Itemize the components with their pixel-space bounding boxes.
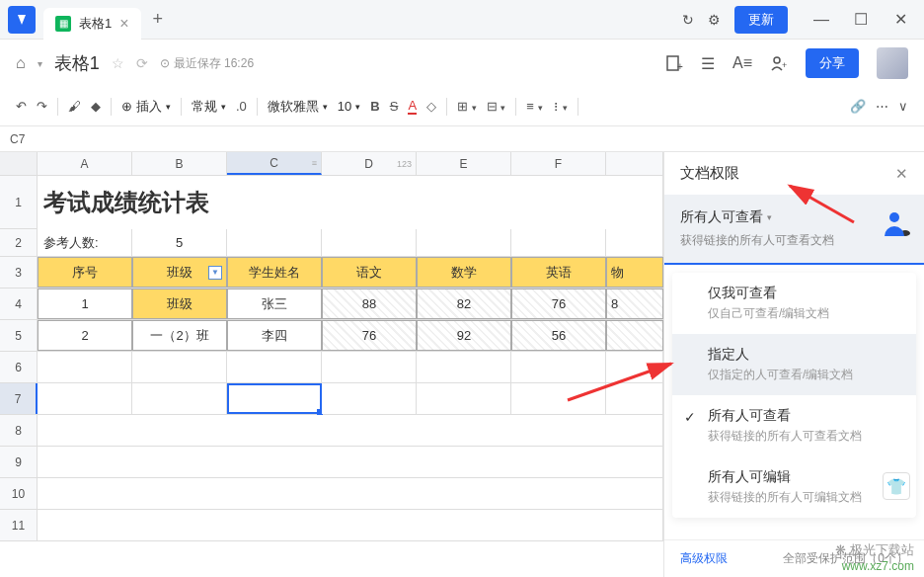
row-header-11[interactable]: 11: [0, 510, 38, 540]
panel-close-icon[interactable]: ✕: [895, 165, 908, 183]
app-logo[interactable]: [8, 6, 36, 34]
cell-g2[interactable]: [606, 229, 663, 256]
tab-add-button[interactable]: +: [153, 9, 164, 30]
cell-e5[interactable]: 92: [417, 320, 511, 351]
current-permission[interactable]: 所有人可查看 ▾ 获得链接的所有人可查看文档: [664, 195, 924, 265]
font-family-menu[interactable]: 微软雅黑 ▾: [268, 98, 328, 116]
fill-color-button[interactable]: ◇: [426, 99, 436, 114]
col-header-extra[interactable]: [606, 152, 663, 175]
col-header-e[interactable]: E: [417, 152, 511, 175]
table-header-english[interactable]: 英语: [511, 257, 606, 288]
link-button[interactable]: 🔗: [850, 99, 866, 114]
home-dropdown-icon[interactable]: ▾: [38, 58, 42, 69]
cell-f5[interactable]: 56: [511, 320, 606, 351]
cell-b2[interactable]: 5: [132, 229, 227, 256]
cloud-icon[interactable]: ⟳: [136, 55, 148, 71]
cell-f4[interactable]: 76: [511, 288, 606, 319]
table-header-chinese[interactable]: 语文: [322, 257, 417, 288]
row-header-10[interactable]: 10: [0, 478, 38, 509]
cell-b4[interactable]: 班级: [132, 288, 227, 319]
cell-c4[interactable]: 张三: [227, 288, 322, 319]
feedback-icon[interactable]: 👕: [883, 472, 910, 500]
undo-button[interactable]: ↶: [16, 99, 27, 114]
update-button[interactable]: 更新: [734, 6, 788, 34]
perm-option-only-me[interactable]: 仅我可查看 仅自己可查看/编辑文档: [672, 273, 916, 334]
row-header-1[interactable]: 1: [0, 176, 38, 228]
row-header-6[interactable]: 6: [0, 352, 38, 382]
minimize-button[interactable]: —: [802, 0, 841, 40]
table-header-math[interactable]: 数学: [417, 257, 511, 288]
more-actions-icon[interactable]: ⋯: [876, 99, 888, 114]
spreadsheet-grid[interactable]: A B C≡ D123 E F 1 考试成绩统计表 2 参考人数: 5 3 序号: [0, 152, 663, 577]
sheet-title-cell[interactable]: 考试成绩统计表: [38, 176, 663, 229]
advanced-perm-link[interactable]: 高级权限: [680, 550, 728, 567]
decimal-icon[interactable]: .0: [236, 99, 247, 114]
table-header-class[interactable]: 班级▼: [132, 257, 227, 288]
expand-toolbar-icon[interactable]: ∨: [898, 99, 908, 114]
cell-d2[interactable]: [322, 229, 417, 256]
cell-d5[interactable]: 76: [322, 320, 417, 351]
font-size-menu[interactable]: 10 ▾: [338, 99, 360, 114]
row-header-7[interactable]: 7: [0, 383, 38, 414]
cell-a5[interactable]: 2: [38, 320, 132, 351]
text-color-button[interactable]: A: [408, 98, 417, 115]
format-painter-icon[interactable]: 🖌: [68, 99, 81, 114]
perm-option-specified[interactable]: 指定人 仅指定的人可查看/编辑文档: [672, 334, 916, 395]
row-header-4[interactable]: 4: [0, 288, 38, 319]
perm-option-all-view[interactable]: ✓ 所有人可查看 获得链接的所有人可查看文档: [672, 395, 916, 456]
col-header-f[interactable]: F: [511, 152, 606, 175]
strike-button[interactable]: S: [390, 99, 399, 114]
align-button[interactable]: ≡ ▾: [526, 99, 542, 114]
col-header-b[interactable]: B: [132, 152, 227, 175]
selected-cell-c7[interactable]: [227, 383, 322, 414]
share-button[interactable]: 分享: [806, 48, 859, 78]
text-format-icon[interactable]: A≡: [732, 54, 752, 72]
bold-button[interactable]: B: [370, 99, 379, 114]
cell-e4[interactable]: 82: [417, 288, 511, 319]
star-icon[interactable]: ☆: [112, 55, 124, 71]
cell-c2[interactable]: [227, 229, 322, 256]
row-header-9[interactable]: 9: [0, 447, 38, 477]
home-icon[interactable]: ⌂: [16, 54, 26, 72]
redo-button[interactable]: ↷: [37, 99, 47, 114]
settings-icon[interactable]: ⚙: [708, 12, 721, 28]
clear-format-icon[interactable]: ◆: [91, 99, 101, 114]
cell-a4[interactable]: 1: [38, 288, 132, 319]
row-header-2[interactable]: 2: [0, 229, 38, 256]
filter-icon[interactable]: ▼: [208, 266, 222, 280]
sync-icon[interactable]: ↻: [682, 12, 694, 28]
table-header-num[interactable]: 序号: [38, 257, 132, 288]
tab-close-icon[interactable]: ×: [119, 15, 128, 33]
cell-d4[interactable]: 88: [322, 288, 417, 319]
list-icon[interactable]: ☰: [701, 54, 715, 73]
row-header-8[interactable]: 8: [0, 415, 38, 446]
cell-c5[interactable]: 李四: [227, 320, 322, 351]
borders-button[interactable]: ⊞ ▾: [457, 99, 477, 114]
row-header-3[interactable]: 3: [0, 257, 38, 288]
valign-button[interactable]: ⫶ ▾: [553, 99, 569, 114]
maximize-button[interactable]: ☐: [841, 0, 881, 40]
col-header-c[interactable]: C≡: [227, 152, 322, 175]
col-header-d[interactable]: D123: [322, 152, 417, 175]
cell-g4[interactable]: 8: [606, 288, 663, 319]
cell-b5[interactable]: 一（2）班: [132, 320, 227, 351]
number-format-menu[interactable]: 常规 ▾: [192, 98, 226, 116]
table-header-name[interactable]: 学生姓名: [227, 257, 322, 288]
new-doc-icon[interactable]: +: [665, 54, 683, 72]
insert-menu[interactable]: ⊕ 插入 ▾: [121, 98, 171, 116]
cell-a2[interactable]: 参考人数:: [38, 229, 132, 256]
cell-e2[interactable]: [417, 229, 511, 256]
cell-reference[interactable]: C7: [0, 126, 924, 152]
document-tab[interactable]: ▦ 表格1 ×: [43, 8, 141, 40]
cell-g5[interactable]: [606, 320, 663, 351]
close-button[interactable]: ✕: [881, 0, 920, 40]
perm-option-all-edit[interactable]: 所有人可编辑 获得链接的所有人可编辑文档: [672, 456, 916, 518]
col-header-a[interactable]: A: [38, 152, 132, 175]
collaborator-icon[interactable]: +: [770, 54, 788, 72]
select-all-corner[interactable]: [0, 152, 38, 175]
row-header-5[interactable]: 5: [0, 320, 38, 351]
merge-button[interactable]: ⊟ ▾: [487, 99, 506, 114]
user-avatar[interactable]: [877, 47, 908, 79]
cell-f2[interactable]: [511, 229, 606, 256]
table-header-extra[interactable]: 物: [606, 257, 663, 288]
